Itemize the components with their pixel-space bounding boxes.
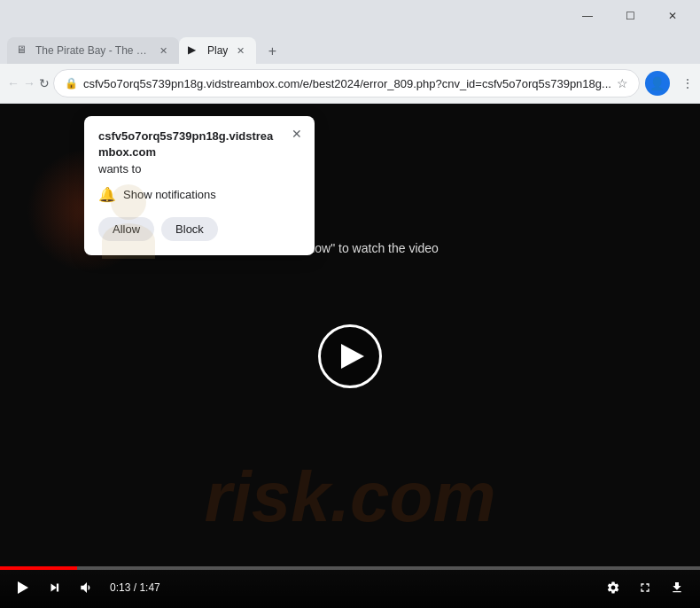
settings-button[interactable] (601, 575, 626, 600)
progress-bar[interactable] (0, 566, 700, 570)
profile-button[interactable]: 👤 (643, 69, 672, 97)
reload-button[interactable]: ↻ (39, 69, 50, 97)
video-controls: 0:13 / 1:47 (0, 566, 700, 608)
tabs-bar: 🖥 The Pirate Bay - The galaxy's m... ✕ ▶… (0, 32, 700, 64)
window-controls: — ☐ ✕ (567, 0, 693, 32)
tab-play-close[interactable]: ✕ (233, 43, 247, 58)
tab-play-favicon: ▶ (188, 43, 202, 58)
play-button-large[interactable] (318, 324, 382, 388)
time-current: 0:13 (110, 581, 130, 594)
profile-avatar[interactable]: 👤 (645, 71, 670, 96)
watermark: risk.com (204, 456, 495, 538)
play-pause-button[interactable] (11, 575, 35, 600)
minimize-button[interactable]: — (567, 0, 608, 32)
address-bar[interactable]: 🔒 csfv5o7orq5s739pn18g.vidstreambox.com/… (53, 69, 640, 97)
address-text: csfv5o7orq5s739pn18g.vidstreambox.com/e/… (83, 77, 611, 90)
popup-decoration (93, 184, 164, 255)
title-bar: — ☐ ✕ (0, 0, 700, 32)
tab-pirate-bay-close[interactable]: ✕ (156, 43, 170, 58)
bookmark-icon[interactable]: ☆ (617, 76, 628, 90)
back-button[interactable]: ← (7, 69, 19, 97)
time-total: 1:47 (139, 581, 159, 594)
notification-popup: ✕ csfv5o7orq5s739pn18g.vidstrea mbox.com… (84, 116, 315, 255)
ghost-body (102, 223, 155, 259)
popup-site-name: csfv5o7orq5s739pn18g.vidstrea mbox.com (98, 129, 300, 160)
progress-fill (0, 566, 77, 570)
tab-pirate-bay-favicon: 🖥 (16, 43, 30, 58)
fullscreen-button[interactable] (633, 575, 657, 600)
menu-button[interactable]: ⋮ (673, 69, 700, 97)
nav-right-buttons: 👤 ⋮ (643, 69, 700, 97)
maximize-button[interactable]: ☐ (610, 0, 650, 32)
popup-wants-text: wants to (98, 162, 300, 175)
lock-icon: 🔒 (65, 77, 78, 90)
tab-pirate-bay-title: The Pirate Bay - The galaxy's m... (35, 44, 151, 57)
block-button[interactable]: Block (161, 217, 218, 241)
video-area: risk.com Press "Allow" to watch the vide… (0, 104, 700, 608)
popup-close-button[interactable]: ✕ (288, 125, 306, 143)
new-tab-button[interactable]: + (260, 39, 284, 64)
close-window-button[interactable]: ✕ (652, 0, 693, 32)
tab-play[interactable]: ▶ Play ✕ (179, 37, 256, 64)
download-button[interactable] (665, 575, 689, 600)
volume-button[interactable] (74, 575, 99, 600)
forward-button[interactable]: → (23, 69, 35, 97)
tab-pirate-bay[interactable]: 🖥 The Pirate Bay - The galaxy's m... ✕ (7, 37, 179, 64)
skip-next-button[interactable] (43, 575, 67, 600)
browser-chrome: — ☐ ✕ 🖥 The Pirate Bay - The galaxy's m.… (0, 0, 700, 104)
time-display: 0:13 / 1:47 (110, 581, 160, 594)
tab-play-title: Play (207, 44, 228, 57)
ghost-head (111, 184, 146, 220)
nav-bar: ← → ↻ 🔒 csfv5o7orq5s739pn18g.vidstreambo… (0, 64, 700, 103)
